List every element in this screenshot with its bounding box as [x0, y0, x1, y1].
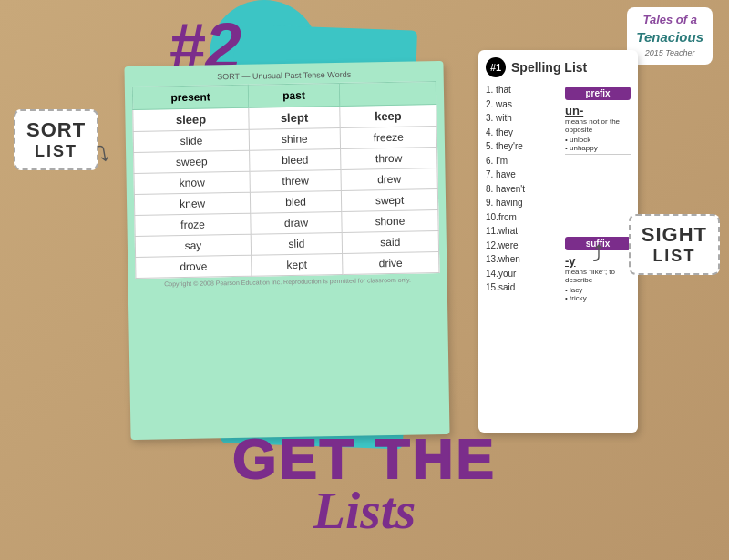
logo-tenacious: Tenacious: [636, 29, 703, 45]
get-the-lists: GET THE Lists: [0, 431, 729, 535]
spelling-word-item: 12.were: [486, 239, 560, 253]
spelling-word-item: 5. they're: [486, 139, 560, 154]
sight-list-text: LIST: [642, 247, 707, 266]
spelling-word-item: 7. have: [486, 168, 560, 182]
table-cell: freeze: [340, 127, 436, 149]
spelling-word-item: 15.said: [486, 280, 560, 295]
worksheet-title: SORT — Unusual Past Tense Words: [132, 68, 436, 83]
table-cell: swept: [341, 189, 437, 212]
sort-list-text: LIST: [26, 142, 86, 161]
spelling-word-item: 14.your: [486, 267, 560, 281]
lists-text: Lists: [0, 487, 729, 535]
spelling-word-item: 4. they: [486, 126, 560, 140]
table-cell: draw: [251, 211, 342, 234]
sight-text: SIGHT: [642, 223, 707, 247]
table-cell: drive: [342, 252, 438, 275]
suffix-desc: means "like"; to describe: [565, 268, 631, 284]
table-cell: shone: [342, 210, 438, 233]
prefix-value: un-: [565, 104, 631, 117]
spelling-word-item: 8. haven't: [486, 182, 560, 197]
spelling-word-item: 3. with: [486, 111, 560, 126]
table-cell: bleed: [250, 148, 341, 171]
spelling-card: #1 Spelling List 1. that2. was3. with4. …: [478, 50, 638, 433]
main-container: Tales of a Tenacious 2015 Teacher #2 SOR…: [0, 0, 729, 560]
logo-tales: Tales of a: [642, 13, 696, 26]
table-cell: slid: [251, 232, 342, 255]
col-header-past: past: [248, 83, 339, 107]
table-cell: bled: [251, 190, 342, 213]
prefix-label: prefix: [565, 87, 631, 100]
table-cell: froze: [135, 213, 252, 236]
spelling-word-item: 6. I'm: [486, 154, 560, 168]
prefix-desc: means not or the opposite: [565, 117, 631, 134]
table-cell: throw: [340, 148, 436, 170]
table-cell: kept: [252, 253, 343, 276]
table-cell: say: [135, 234, 252, 257]
sort-list-label: SORT LIST: [14, 109, 98, 170]
col-header-blank: [339, 82, 436, 107]
prefix-content: un- means not or the opposite • unlock• …: [565, 102, 631, 155]
sort-table: present past sleepsleptkeepslideshinefre…: [132, 81, 440, 279]
sort-text: SORT: [26, 118, 86, 142]
table-cell: sleep: [133, 107, 250, 131]
col-header-present: present: [132, 85, 249, 109]
table-row: drovekeptdrive: [136, 252, 439, 279]
table-cell: said: [342, 231, 438, 254]
sort-worksheet: SORT — Unusual Past Tense Words present …: [124, 61, 449, 440]
table-cell: slide: [133, 129, 250, 152]
spelling-word-item: 1. that: [486, 83, 560, 97]
spelling-number: #1: [486, 57, 506, 77]
table-cell: slept: [249, 106, 340, 129]
spelling-word-item: 11.what: [486, 224, 560, 239]
table-cell: know: [134, 171, 251, 194]
sort-arrow-icon: ⤵: [97, 140, 112, 168]
table-cell: knew: [134, 192, 251, 215]
spelling-word-item: 9. having: [486, 196, 560, 210]
prefix-examples: • unlock• unhappy: [565, 136, 631, 152]
spelling-word-item: 13.when: [486, 252, 560, 267]
table-cell: drove: [136, 255, 252, 278]
get-the-text: GET THE: [0, 431, 729, 487]
table-cell: drew: [341, 168, 437, 191]
table-cell: threw: [250, 169, 341, 192]
spelling-title: Spelling List: [511, 60, 587, 75]
table-cell: keep: [340, 105, 437, 128]
logo-year: 2015 Teacher: [645, 48, 695, 57]
spelling-word-item: 2. was: [486, 97, 560, 112]
spelling-header: #1 Spelling List: [486, 57, 631, 77]
sight-arrow-icon: ⤴: [592, 241, 603, 267]
suffix-examples: • lacy• tricky: [565, 286, 631, 302]
spelling-words-list: 1. that2. was3. with4. they5. they're6. …: [486, 83, 560, 295]
table-cell: sweep: [134, 150, 251, 173]
table-cell: shine: [249, 127, 340, 150]
spelling-word-item: 10.from: [486, 210, 560, 225]
logo-box: Tales of a Tenacious 2015 Teacher: [627, 7, 713, 65]
sight-list-label: SIGHT LIST: [629, 214, 720, 275]
